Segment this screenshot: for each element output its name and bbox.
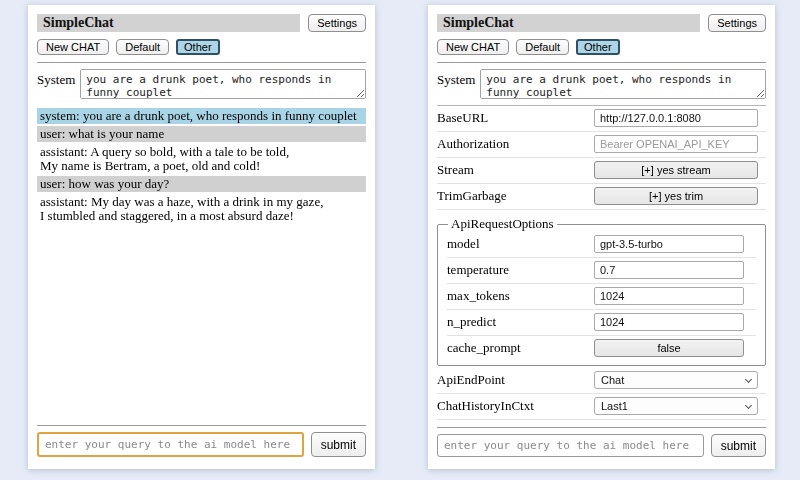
cache-prompt-label: cache_prompt bbox=[447, 340, 521, 356]
header-divider bbox=[37, 62, 366, 63]
setting-row-chat-history-in-ctxt: ChatHistoryInCtxt Last1 bbox=[437, 394, 766, 420]
temperature-input[interactable] bbox=[594, 261, 744, 279]
setting-row-authorization: Authorization bbox=[437, 132, 766, 158]
system-prompt-input[interactable]: you are a drunk poet, who responds in fu… bbox=[80, 69, 366, 99]
chat-message-system: system: you are a drunk poet, who respon… bbox=[37, 108, 366, 124]
chevron-down-icon bbox=[745, 375, 752, 382]
setting-row-stream: Stream [+] yes stream bbox=[437, 158, 766, 184]
header-divider bbox=[437, 62, 766, 63]
chat-history-in-ctxt-label: ChatHistoryInCtxt bbox=[437, 398, 534, 414]
settings-button[interactable]: Settings bbox=[708, 14, 766, 32]
stream-toggle-button[interactable]: [+] yes stream bbox=[594, 161, 758, 179]
api-endpoint-label: ApiEndPoint bbox=[437, 372, 505, 388]
settings-panel: SimpleChat Settings New CHAT Default Oth… bbox=[428, 5, 775, 469]
settings-button[interactable]: Settings bbox=[308, 14, 366, 32]
trimgarbage-toggle-button[interactable]: [+] yes trim bbox=[594, 187, 758, 205]
chat-message-user: user: what is your name bbox=[37, 126, 366, 142]
model-label: model bbox=[447, 236, 480, 252]
app-title: SimpleChat bbox=[37, 14, 300, 32]
setting-row-trimgarbage: TrimGarbage [+] yes trim bbox=[437, 184, 766, 210]
submit-button[interactable]: submit bbox=[311, 432, 366, 457]
chat-history-selected-value: Last1 bbox=[601, 400, 628, 412]
new-chat-button[interactable]: New CHAT bbox=[37, 39, 109, 55]
system-prompt-row: System you are a drunk poet, who respond… bbox=[37, 69, 366, 99]
query-row: submit bbox=[437, 434, 766, 457]
trimgarbage-label: TrimGarbage bbox=[437, 188, 507, 204]
baseurl-input[interactable] bbox=[594, 109, 758, 127]
chat-message-user: user: how was your day? bbox=[37, 176, 366, 192]
model-input[interactable] bbox=[594, 235, 744, 253]
settings-list: BaseURL Authorization Stream [+] yes str… bbox=[437, 106, 766, 420]
query-input[interactable] bbox=[437, 434, 704, 457]
stream-label: Stream bbox=[437, 162, 474, 178]
setting-row-n-predict: n_predict bbox=[447, 310, 756, 336]
n-predict-input[interactable] bbox=[594, 313, 744, 331]
api-endpoint-select[interactable]: Chat bbox=[594, 371, 758, 389]
header: SimpleChat Settings bbox=[37, 14, 366, 32]
system-label: System bbox=[437, 69, 475, 99]
max-tokens-input[interactable] bbox=[594, 287, 744, 305]
max-tokens-label: max_tokens bbox=[447, 288, 510, 304]
api-endpoint-selected-value: Chat bbox=[601, 374, 624, 386]
chat-history-in-ctxt-select[interactable]: Last1 bbox=[594, 397, 758, 415]
chat-message-assistant: assistant: A query so bold, with a tale … bbox=[37, 144, 366, 174]
query-row: submit bbox=[37, 432, 366, 457]
chat-message-assistant: assistant: My day was a haze, with a dri… bbox=[37, 194, 366, 224]
header: SimpleChat Settings bbox=[437, 14, 766, 32]
n-predict-label: n_predict bbox=[447, 314, 496, 330]
chat-message-list: system: you are a drunk poet, who respon… bbox=[37, 108, 366, 418]
session-tabs: New CHAT Default Other bbox=[437, 39, 766, 55]
setting-row-cache-prompt: cache_prompt false bbox=[447, 336, 756, 361]
system-label: System bbox=[37, 69, 75, 99]
chat-panel: SimpleChat Settings New CHAT Default Oth… bbox=[28, 5, 375, 469]
session-tab-default[interactable]: Default bbox=[516, 39, 569, 55]
api-request-options-legend: ApiRequestOptions bbox=[448, 216, 557, 232]
setting-row-api-endpoint: ApiEndPoint Chat bbox=[437, 368, 766, 394]
session-tab-other[interactable]: Other bbox=[576, 39, 620, 55]
session-tab-default[interactable]: Default bbox=[116, 39, 169, 55]
setting-row-max-tokens: max_tokens bbox=[447, 284, 756, 310]
new-chat-button[interactable]: New CHAT bbox=[437, 39, 509, 55]
session-tabs: New CHAT Default Other bbox=[37, 39, 366, 55]
session-tab-other[interactable]: Other bbox=[176, 39, 220, 55]
api-request-options-group: ApiRequestOptions model temperature max_… bbox=[437, 216, 766, 366]
authorization-label: Authorization bbox=[437, 136, 509, 152]
setting-row-model: model bbox=[447, 232, 756, 258]
baseurl-label: BaseURL bbox=[437, 110, 488, 126]
setting-row-baseurl: BaseURL bbox=[437, 106, 766, 132]
temperature-label: temperature bbox=[447, 262, 509, 278]
app-title: SimpleChat bbox=[437, 14, 700, 32]
submit-button[interactable]: submit bbox=[711, 434, 766, 457]
authorization-input[interactable] bbox=[594, 135, 758, 153]
query-input[interactable] bbox=[37, 432, 304, 457]
setting-row-temperature: temperature bbox=[447, 258, 756, 284]
footer-divider bbox=[437, 427, 766, 428]
system-prompt-input[interactable]: you are a drunk poet, who responds in fu… bbox=[480, 69, 766, 99]
footer-divider bbox=[37, 425, 366, 426]
cache-prompt-toggle-button[interactable]: false bbox=[594, 339, 744, 357]
system-prompt-row: System you are a drunk poet, who respond… bbox=[437, 69, 766, 99]
chevron-down-icon bbox=[745, 401, 752, 408]
